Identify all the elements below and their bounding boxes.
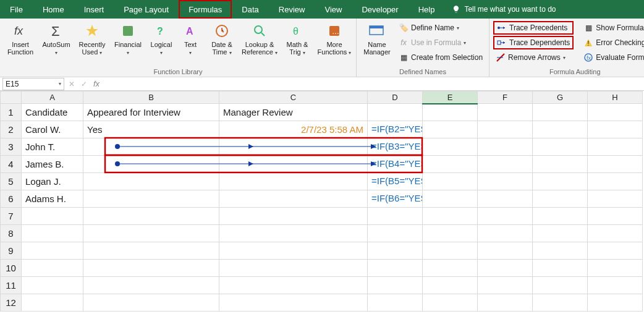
tab-help[interactable]: Help — [409, 0, 445, 19]
cell[interactable]: Carol W. — [22, 121, 83, 138]
date-time-button[interactable]: Date &Time ▾ — [205, 21, 239, 56]
row-header[interactable]: 6 — [1, 190, 22, 208]
tab-insert[interactable]: Insert — [74, 0, 114, 19]
cell[interactable]: =IF(B3="YES",IF(C3="",NOW(),C3),"") — [368, 138, 423, 156]
cell[interactable]: Manager Review — [219, 104, 368, 121]
recently-used-button[interactable]: RecentlyUsed ▾ — [75, 21, 109, 56]
cell[interactable]: =IF(B5="YES",IF(C5="",NOW(),C5),"") — [368, 173, 423, 190]
tell-me-search[interactable]: Tell me what you want to do — [444, 5, 563, 14]
tab-view[interactable]: View — [315, 0, 352, 19]
error-checking-button[interactable]: !Error Checking ▾ — [581, 36, 644, 49]
cell[interactable] — [83, 173, 219, 190]
cell[interactable] — [423, 104, 478, 121]
cell[interactable] — [533, 104, 588, 121]
cell[interactable]: Candidate — [22, 104, 83, 121]
cell[interactable] — [478, 173, 533, 190]
row-header[interactable]: 12 — [1, 294, 22, 312]
evaluate-formula-button[interactable]: fxEvaluate Formula — [581, 51, 644, 64]
trace-dependents-button[interactable]: Trace Dependents — [493, 36, 574, 49]
cell[interactable] — [533, 121, 588, 138]
cell[interactable]: =IF(B6="YES",IF(C6="",NOW(),C6),"") — [368, 190, 423, 208]
cell[interactable] — [588, 173, 643, 190]
cell[interactable] — [368, 104, 423, 121]
more-functions-button[interactable]: … MoreFunctions ▾ — [316, 21, 352, 56]
col-header-H[interactable]: H — [588, 91, 643, 104]
row-header[interactable]: 1 — [1, 104, 22, 121]
select-all-corner[interactable] — [1, 91, 22, 104]
row-header[interactable]: 4 — [1, 156, 22, 173]
financial-button[interactable]: Financial▾ — [111, 21, 145, 56]
cell[interactable] — [219, 138, 368, 156]
logical-button[interactable]: ? Logical▾ — [147, 21, 176, 56]
text-button[interactable]: A Text▾ — [178, 21, 203, 56]
col-header-A[interactable]: A — [22, 91, 83, 104]
cell[interactable] — [533, 156, 588, 173]
col-header-F[interactable]: F — [478, 91, 533, 104]
cell[interactable] — [423, 121, 478, 138]
row-header[interactable]: 8 — [1, 225, 22, 242]
tab-review[interactable]: Review — [269, 0, 315, 19]
cell[interactable] — [588, 121, 643, 138]
cell[interactable] — [478, 156, 533, 173]
cell[interactable]: =IF(B4="YES",IF(C4="",NOW(),C4),"") — [368, 156, 423, 173]
cell[interactable]: Yes — [83, 121, 219, 138]
name-manager-button[interactable]: NameManager — [360, 21, 394, 64]
col-header-B[interactable]: B — [83, 91, 219, 104]
cell[interactable] — [219, 173, 368, 190]
cell[interactable] — [83, 190, 219, 208]
cell[interactable] — [588, 104, 643, 121]
trace-precedents-button[interactable]: Trace Precedents — [493, 21, 574, 35]
formula-input[interactable] — [103, 78, 644, 90]
row-header[interactable]: 9 — [1, 242, 22, 260]
row-header[interactable]: 10 — [1, 260, 22, 277]
create-from-selection-button[interactable]: ▦Create from Selection — [396, 51, 485, 64]
cell[interactable] — [478, 121, 533, 138]
remove-arrows-button[interactable]: Remove Arrows ▾ — [493, 51, 574, 64]
row-header[interactable]: 7 — [1, 208, 22, 225]
row-header[interactable]: 5 — [1, 173, 22, 190]
cell[interactable]: Appeared for Interview — [83, 104, 219, 121]
cell[interactable] — [478, 104, 533, 121]
cell[interactable]: 2/7/23 5:58 AM — [219, 121, 368, 138]
tab-page-layout[interactable]: Page Layout — [114, 0, 179, 19]
cell[interactable]: Adams H. — [22, 190, 83, 208]
math-trig-button[interactable]: θ Math &Trig ▾ — [281, 21, 314, 56]
name-box[interactable]: E15 ▾ — [2, 78, 64, 90]
cell[interactable] — [423, 156, 478, 173]
enter-formula-icon[interactable]: ✓ — [78, 80, 90, 88]
cell[interactable] — [533, 190, 588, 208]
cell[interactable] — [588, 156, 643, 173]
col-header-E[interactable]: E — [423, 91, 478, 104]
cell[interactable] — [533, 173, 588, 190]
show-formulas-button[interactable]: ▦Show Formulas — [581, 21, 644, 35]
cell[interactable] — [83, 138, 219, 156]
lookup-reference-button[interactable]: Lookup &Reference ▾ — [241, 21, 278, 56]
cell[interactable] — [533, 138, 588, 156]
cell[interactable] — [478, 138, 533, 156]
cell[interactable] — [219, 190, 368, 208]
col-header-G[interactable]: G — [533, 91, 588, 104]
cell[interactable] — [423, 138, 478, 156]
autosum-button[interactable]: Σ AutoSum▾ — [40, 21, 73, 56]
cell[interactable]: John T. — [22, 138, 83, 156]
cell[interactable] — [588, 190, 643, 208]
cell[interactable]: James B. — [22, 156, 83, 173]
tab-data[interactable]: Data — [232, 0, 268, 19]
define-name-button[interactable]: 🏷️Define Name ▾ — [396, 21, 485, 35]
row-header[interactable]: 11 — [1, 277, 22, 294]
cell[interactable] — [219, 156, 368, 173]
col-header-D[interactable]: D — [368, 91, 423, 104]
tab-home[interactable]: Home — [33, 0, 74, 19]
fx-icon[interactable]: fx — [90, 79, 103, 88]
tab-developer[interactable]: Developer — [352, 0, 408, 19]
tab-file[interactable]: File — [0, 0, 33, 19]
row-header[interactable]: 3 — [1, 138, 22, 156]
insert-function-button[interactable]: fx InsertFunction — [4, 21, 37, 56]
cell[interactable]: Logan J. — [22, 173, 83, 190]
cell[interactable] — [423, 173, 478, 190]
cancel-formula-icon[interactable]: ✕ — [66, 80, 78, 88]
cell[interactable] — [83, 156, 219, 173]
cell[interactable]: =IF(B2="YES",IF(C2="",NOW(),C2),"") — [368, 121, 423, 138]
col-header-C[interactable]: C — [219, 91, 368, 104]
cell[interactable] — [423, 190, 478, 208]
